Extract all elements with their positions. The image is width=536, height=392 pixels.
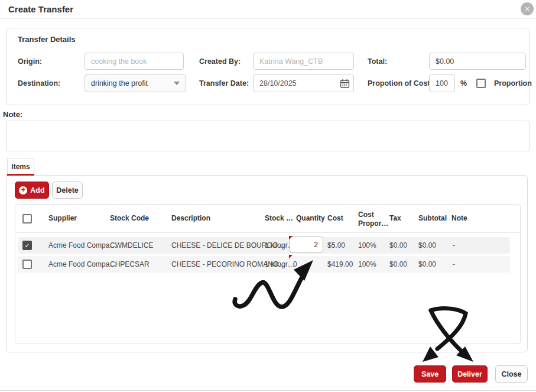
cell-supplier: Acme Food Compa…: [48, 237, 116, 254]
header-divider: [15, 232, 520, 233]
total-input[interactable]: [429, 53, 526, 70]
note-label: Note:: [3, 110, 22, 119]
proportion-checkbox-label: Proportion: [494, 74, 532, 92]
proportion-of-cost-input[interactable]: [429, 74, 455, 92]
created-by-input[interactable]: [253, 53, 354, 70]
tab-items-label: Items: [11, 163, 30, 171]
modal-bottom-edge: [0, 390, 536, 391]
close-button[interactable]: Close: [495, 365, 528, 383]
destination-label: Destination:: [18, 74, 60, 92]
row-checkbox[interactable]: [22, 260, 32, 269]
col-header-stock-code: Stock Code: [110, 204, 149, 232]
cell-note: -: [453, 256, 455, 273]
cell-subtotal: $0.00: [418, 237, 436, 254]
cell-stock-code: CWMDELICE: [110, 237, 153, 254]
modal-title: Create Transfer: [8, 0, 73, 19]
transfer-date-label: Transfer Date:: [199, 74, 249, 92]
total-label: Total:: [368, 53, 387, 70]
proportion-checkbox[interactable]: [476, 79, 486, 88]
delete-item-button[interactable]: Delete: [52, 182, 83, 199]
cell-tax: $0.00: [389, 256, 407, 273]
cell-cost-proportion: 100%: [358, 237, 376, 254]
note-textarea[interactable]: [6, 121, 529, 151]
col-header-supplier: Supplier: [48, 204, 77, 232]
cell-stock: 1 kilogr…: [265, 256, 295, 273]
calendar-icon[interactable]: [340, 79, 350, 89]
col-header-stock: Stock …: [265, 204, 293, 232]
created-by-label: Created By:: [199, 53, 241, 70]
delete-button-label: Delete: [56, 186, 79, 195]
col-header-tax: Tax: [389, 204, 401, 232]
add-button-label: Add: [30, 186, 44, 195]
modal-close-button[interactable]: ✕: [521, 2, 534, 15]
save-button-label: Save: [421, 370, 438, 378]
transfer-date-value: 28/10/2025: [259, 79, 297, 88]
dirty-cell-marker: [289, 236, 293, 239]
origin-label: Origin:: [18, 53, 42, 70]
cell-cost: $5.00: [327, 237, 345, 254]
transfer-date-input[interactable]: 28/10/2025: [253, 74, 354, 92]
col-header-subtotal: Subtotal: [418, 204, 447, 232]
plus-circle-icon: +: [19, 186, 27, 195]
cell-cost-proportion: 100%: [358, 256, 376, 273]
add-item-button[interactable]: + Add: [15, 182, 49, 199]
cell-tax: $0.00: [389, 237, 407, 254]
proportion-of-cost-label: Propotion of Cost:: [368, 74, 433, 92]
transfer-details-title: Transfer Details: [18, 35, 76, 44]
cell-note: -: [453, 237, 455, 254]
check-icon: ✓: [24, 242, 30, 250]
deliver-button[interactable]: Deliver: [452, 365, 488, 383]
cell-supplier: Acme Food Compa…: [48, 256, 116, 273]
dirty-cell-marker: [289, 255, 293, 258]
deliver-button-label: Deliver: [457, 370, 482, 378]
tab-active-indicator: [7, 174, 34, 176]
tab-items[interactable]: Items: [7, 158, 34, 174]
col-header-cost: Cost: [327, 204, 343, 232]
destination-value: drinking the profit: [91, 79, 148, 88]
select-all-checkbox[interactable]: [22, 214, 32, 223]
chevron-down-icon: [174, 82, 180, 85]
modal-header: [0, 0, 536, 19]
cell-cost: $419.00: [327, 256, 353, 273]
close-button-label: Close: [501, 370, 521, 378]
col-header-cost-proportion: Cost Propor…: [358, 210, 388, 228]
percent-unit-label: %: [460, 74, 467, 92]
quantity-input[interactable]: [290, 237, 323, 252]
row-checkbox-checked[interactable]: ✓: [22, 241, 32, 250]
col-header-quantity: Quantity: [296, 204, 325, 232]
destination-select[interactable]: drinking the profit: [85, 74, 186, 92]
origin-input[interactable]: [85, 53, 184, 70]
cell-subtotal: $0.00: [418, 256, 436, 273]
cell-stock-code: CHPECSAR: [110, 256, 150, 273]
close-icon: ✕: [524, 5, 529, 13]
cell-quantity[interactable]: 0: [293, 256, 297, 273]
col-header-description: Description: [171, 204, 210, 232]
save-button[interactable]: Save: [414, 365, 446, 383]
col-header-note: Note: [451, 204, 467, 232]
